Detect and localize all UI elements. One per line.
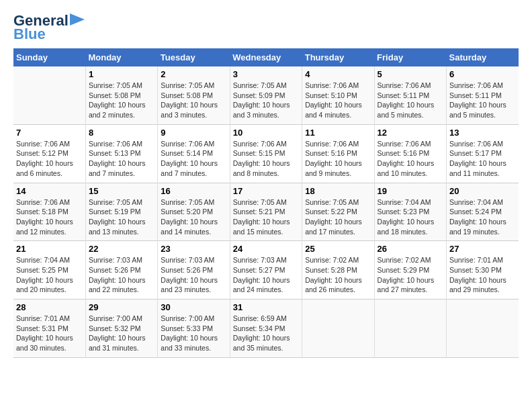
sunset-label: Sunset: 5:10 PM [305,91,357,99]
day-info: Sunrise: 7:05 AM Sunset: 5:20 PM Dayligh… [161,197,226,237]
daylight-label: Daylight: 10 hours and 2 minutes. [89,101,146,119]
sunset-label: Sunset: 5:29 PM [378,266,430,274]
weekday-header-sunday: Sunday [13,48,85,66]
sunrise-label: Sunrise: 7:06 AM [449,81,503,89]
sunrise-label: Sunrise: 7:06 AM [305,140,359,148]
day-number: 21 [16,244,83,254]
sunset-label: Sunset: 5:31 PM [16,324,69,332]
day-info: Sunrise: 7:06 AM Sunset: 5:12 PM Dayligh… [16,139,83,179]
weekday-header-row: SundayMondayTuesdayWednesdayThursdayFrid… [13,48,519,66]
calendar-cell: 4 Sunrise: 7:06 AM Sunset: 5:10 PM Dayli… [302,66,374,124]
daylight-label: Daylight: 10 hours and 6 minutes. [16,159,73,177]
sunrise-label: Sunrise: 7:01 AM [449,256,503,264]
daylight-label: Daylight: 10 hours and 20 minutes. [16,276,73,294]
weekday-header-monday: Monday [85,48,157,66]
sunset-label: Sunset: 5:13 PM [89,149,141,157]
calendar-cell [447,300,519,358]
calendar-cell: 27 Sunrise: 7:01 AM Sunset: 5:30 PM Dayl… [447,241,519,300]
day-number: 11 [305,128,371,138]
svg-marker-0 [70,13,85,26]
daylight-label: Daylight: 10 hours and 11 minutes. [449,159,506,177]
sunset-label: Sunset: 5:32 PM [89,324,141,332]
sunrise-label: Sunrise: 7:05 AM [161,81,214,89]
day-info: Sunrise: 7:05 AM Sunset: 5:21 PM Dayligh… [233,197,299,237]
day-info: Sunrise: 7:00 AM Sunset: 5:32 PM Dayligh… [89,314,154,353]
sunrise-label: Sunrise: 7:05 AM [161,198,214,206]
weekday-header-friday: Friday [374,48,446,66]
calendar-cell: 22 Sunrise: 7:03 AM Sunset: 5:26 PM Dayl… [85,241,157,300]
day-number: 26 [378,244,443,254]
day-info: Sunrise: 7:06 AM Sunset: 5:14 PM Dayligh… [161,139,226,179]
sunrise-label: Sunrise: 7:02 AM [378,256,431,264]
sunrise-label: Sunrise: 7:04 AM [449,198,503,206]
sunrise-label: Sunrise: 7:04 AM [378,198,431,206]
calendar-cell: 14 Sunrise: 7:06 AM Sunset: 5:18 PM Dayl… [13,183,85,241]
day-number: 14 [16,186,83,196]
sunset-label: Sunset: 5:25 PM [16,266,69,274]
day-number: 4 [305,69,371,79]
sunrise-label: Sunrise: 7:06 AM [161,140,214,148]
sunrise-label: Sunrise: 7:05 AM [89,81,142,89]
sunrise-label: Sunrise: 7:03 AM [233,256,287,264]
logo-blue-text: Blue [13,27,46,42]
day-info: Sunrise: 7:06 AM Sunset: 5:11 PM Dayligh… [378,81,443,120]
day-info: Sunrise: 7:04 AM Sunset: 5:24 PM Dayligh… [449,197,516,237]
sunset-label: Sunset: 5:19 PM [89,208,141,216]
sunrise-label: Sunrise: 7:03 AM [89,256,142,264]
day-number: 24 [233,244,299,254]
sunset-label: Sunset: 5:33 PM [161,324,213,332]
day-info: Sunrise: 7:06 AM Sunset: 5:15 PM Dayligh… [233,139,299,179]
weekday-header-wednesday: Wednesday [230,48,302,66]
day-number: 2 [161,69,226,79]
sunrise-label: Sunrise: 7:06 AM [233,140,287,148]
calendar-cell: 9 Sunrise: 7:06 AM Sunset: 5:14 PM Dayli… [158,124,230,183]
page-header: General Blue [13,13,519,42]
daylight-label: Daylight: 10 hours and 31 minutes. [89,334,146,352]
day-number: 10 [233,128,299,138]
sunrise-label: Sunrise: 7:05 AM [233,198,287,206]
day-number: 9 [161,128,226,138]
day-info: Sunrise: 7:06 AM Sunset: 5:16 PM Dayligh… [378,139,443,179]
sunset-label: Sunset: 5:21 PM [233,208,285,216]
sunset-label: Sunset: 5:28 PM [305,266,357,274]
sunrise-label: Sunrise: 7:00 AM [89,314,142,322]
sunset-label: Sunset: 5:24 PM [449,208,502,216]
calendar-cell: 21 Sunrise: 7:04 AM Sunset: 5:25 PM Dayl… [13,241,85,300]
day-number: 29 [89,302,154,312]
sunrise-label: Sunrise: 7:01 AM [16,314,70,322]
logo-arrow-icon [70,13,85,26]
sunrise-label: Sunrise: 6:59 AM [233,314,287,322]
sunset-label: Sunset: 5:26 PM [161,266,213,274]
daylight-label: Daylight: 10 hours and 35 minutes. [233,334,290,352]
daylight-label: Daylight: 10 hours and 5 minutes. [378,101,435,119]
sunset-label: Sunset: 5:08 PM [89,91,141,99]
sunset-label: Sunset: 5:15 PM [233,149,285,157]
logo: General Blue [13,13,85,42]
sunset-label: Sunset: 5:23 PM [378,208,430,216]
sunrise-label: Sunrise: 7:05 AM [89,198,142,206]
daylight-label: Daylight: 10 hours and 14 minutes. [161,218,218,236]
daylight-label: Daylight: 10 hours and 3 minutes. [161,101,218,119]
weekday-header-tuesday: Tuesday [158,48,230,66]
sunrise-label: Sunrise: 7:05 AM [233,81,287,89]
sunrise-label: Sunrise: 7:06 AM [449,140,503,148]
day-info: Sunrise: 7:06 AM Sunset: 5:13 PM Dayligh… [89,139,154,179]
day-number: 5 [378,69,443,79]
daylight-label: Daylight: 10 hours and 8 minutes. [233,159,290,177]
calendar-cell [13,66,85,124]
calendar-cell: 25 Sunrise: 7:02 AM Sunset: 5:28 PM Dayl… [302,241,374,300]
calendar-cell: 16 Sunrise: 7:05 AM Sunset: 5:20 PM Dayl… [158,183,230,241]
daylight-label: Daylight: 10 hours and 29 minutes. [449,276,506,294]
day-number: 13 [449,128,516,138]
calendar-cell: 17 Sunrise: 7:05 AM Sunset: 5:21 PM Dayl… [230,183,302,241]
sunset-label: Sunset: 5:27 PM [233,266,285,274]
sunset-label: Sunset: 5:30 PM [449,266,502,274]
sunrise-label: Sunrise: 7:06 AM [378,140,431,148]
day-info: Sunrise: 7:05 AM Sunset: 5:09 PM Dayligh… [233,81,299,120]
sunrise-label: Sunrise: 7:06 AM [16,198,70,206]
day-info: Sunrise: 7:06 AM Sunset: 5:11 PM Dayligh… [449,81,516,120]
sunset-label: Sunset: 5:11 PM [378,91,430,99]
calendar-cell: 29 Sunrise: 7:00 AM Sunset: 5:32 PM Dayl… [85,300,157,358]
calendar-cell: 12 Sunrise: 7:06 AM Sunset: 5:16 PM Dayl… [374,124,446,183]
day-info: Sunrise: 6:59 AM Sunset: 5:34 PM Dayligh… [233,314,299,353]
